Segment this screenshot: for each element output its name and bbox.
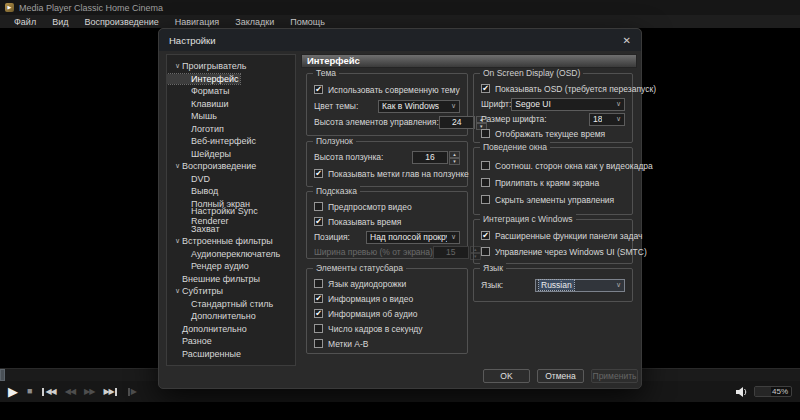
spin-up-button[interactable]: ▴ [449,151,460,158]
tree-item-audio-renderer[interactable]: Рендер аудио [167,260,295,273]
volume-fill [755,387,771,396]
close-icon[interactable]: ✕ [623,35,631,46]
selected-value: Над полосой прокрутки [370,232,447,242]
tree-item-dvd[interactable]: DVD [167,173,295,186]
checkbox-show-osd[interactable]: Показывать OSD (требуется перезапуск) [481,82,625,95]
tree-item-mouse[interactable]: Мышь [167,110,295,123]
window-title: Media Player Classic Home Cinema [19,3,163,13]
checkbox-label: Расширенные функции панели задач [495,231,642,241]
cancel-button[interactable]: Отмена [537,369,584,383]
chevron-down-icon: ∨ [616,115,621,123]
checkbox-fps[interactable]: Число кадров в секунду [314,322,460,335]
tree-item-player[interactable]: ∨Проигрыватель [167,60,295,73]
play-button[interactable]: ▶ [8,385,18,398]
skip-back-button[interactable]: ◀◀ [41,388,55,396]
tree-item-keys[interactable]: Клавиши [167,98,295,111]
spinner-value: 16 [412,151,448,164]
chevron-down-icon[interactable]: ∨ [173,162,182,170]
tree-item-formats[interactable]: Форматы [167,85,295,98]
checkbox-show-time[interactable]: Показывать время [314,215,460,228]
checkbox-use-modern-theme[interactable]: Использовать современную тему [314,83,460,96]
stop-button[interactable]: ■ [27,387,32,396]
checkbox-smtc[interactable]: Управление через Windows UI (SMTC) [481,245,625,258]
checkbox-label: Показывать OSD (требуется перезапуск) [495,84,656,94]
chevron-down-icon[interactable]: ∨ [173,62,182,70]
tree-item-web-interface[interactable]: Веб-интерфейс [167,135,295,148]
checkbox-video-info[interactable]: Информация о видео [314,292,460,305]
chevron-down-icon[interactable]: ∨ [173,237,182,245]
frame-step-bar-icon [128,388,130,396]
tree-item-playback[interactable]: ∨Воспроизведение [167,160,295,173]
checkbox-label: Показывать метки глав на ползунке [328,169,469,179]
tree-item-label: Дополнительно [167,311,256,321]
checkbox-audio-info[interactable]: Информация об аудио [314,307,460,320]
language-select[interactable]: Russian ∨ [535,279,625,292]
rewind-icon: ◀◀ [65,388,75,396]
ok-button[interactable]: OK [483,369,530,383]
checkbox-label: Предпросмотр видео [328,202,412,212]
checkbox-icon [481,247,490,256]
group-label: Интеграция с Windows [480,214,576,225]
theme-color-select[interactable]: Как в Windows ∨ [378,100,460,113]
volume-slider[interactable]: 45% [754,386,792,397]
tooltip-position-select[interactable]: Над полосой прокрутки ∨ [366,231,460,244]
tree-item-interface[interactable]: Интерфейс [167,73,295,86]
tree-item-shaders[interactable]: Шейдеры [167,148,295,161]
checkbox-ab-marks[interactable]: Метки A-B [314,337,460,350]
tree-item-advanced[interactable]: Расширенные [167,348,295,361]
frame-step-icon: ▶ [131,388,136,396]
tree-item-output[interactable]: Вывод [167,185,295,198]
checkbox-icon [314,85,323,94]
tree-item-label: Веб-интерфейс [167,136,256,146]
checkbox-icon [314,169,323,178]
tree-item-label: Шейдеры [167,149,231,159]
menu-play[interactable]: Воспроизведение [76,17,166,27]
checkbox-window-aspect[interactable]: Соотнош. сторон окна как у видеокадра [481,159,625,172]
checkbox-label: Метки A-B [328,339,369,349]
speaker-icon[interactable] [736,387,749,397]
menu-help[interactable]: Помощь [282,17,333,27]
selected-value: Как в Windows [382,101,439,111]
checkbox-hide-controls[interactable]: Скрыть элементы управления [481,193,625,206]
checkbox-audio-language[interactable]: Язык аудиодорожки [314,277,460,290]
field-label: Язык: [481,280,503,290]
chevron-down-icon[interactable]: ∨ [173,287,182,295]
checkbox-snap-edges[interactable]: Прилипать к краям экрана [481,176,625,189]
osd-font-select[interactable]: Segoe UI ∨ [511,98,625,111]
osd-font-size-select[interactable]: 18 ∨ [589,113,625,126]
tree-item-subtitles-misc[interactable]: Дополнительно [167,310,295,323]
field-label: Цвет темы: [314,101,358,111]
rewind-button[interactable]: ◀◀ [65,388,75,396]
dialog-titlebar[interactable]: Настройки ✕ [159,29,641,51]
tree-item-audio-switcher[interactable]: Аудиопереключатель [167,248,295,261]
menu-favorites[interactable]: Закладки [227,17,282,27]
tree-item-advanced-misc[interactable]: Дополнительно [167,323,295,336]
skip-forward-button[interactable]: ▶▶ [103,388,117,396]
seekbar-height-spinner[interactable]: 16 ▴▾ [412,151,460,164]
spin-down-button[interactable]: ▾ [449,158,460,165]
fast-forward-button[interactable]: ▶▶ [84,388,94,396]
menu-file[interactable]: Файл [6,17,44,27]
tree-item-default-style[interactable]: Стандартный стиль [167,298,295,311]
menu-navigate[interactable]: Навигация [167,17,227,27]
tree-item-logo[interactable]: Логотип [167,123,295,136]
tree-item-misc[interactable]: Разное [167,335,295,348]
group-language: Язык Язык: Russian ∨ [473,268,633,302]
seek-thumb[interactable] [0,369,5,381]
menu-view[interactable]: Вид [44,17,76,27]
mpc-hc-window: ▶ Media Player Classic Home Cinema Файл … [0,0,800,420]
tree-item-external-filters[interactable]: Внешние фильтры [167,273,295,286]
menu-bar: Файл Вид Воспроизведение Навигация Закла… [0,15,800,28]
apply-button: Применить [591,369,638,383]
tree-item-sync-renderer[interactable]: Настройки Sync Renderer [167,210,295,223]
frame-step-button[interactable]: ▶ [127,388,136,396]
checkbox-icon [481,161,490,170]
checkbox-chapter-marks[interactable]: Показывать метки глав на ползунке [314,167,460,180]
checkbox-show-current-time[interactable]: Отображать текущее время [481,127,625,140]
tooltip-position-row: Позиция: Над полосой прокрутки ∨ [314,230,460,244]
chevron-down-icon: ∨ [616,100,621,108]
checkbox-taskbar-features[interactable]: Расширенные функции панели задач [481,229,625,242]
tree-item-internal-filters[interactable]: ∨Встроенные фильтры [167,235,295,248]
tree-item-subtitles[interactable]: ∨Субтитры [167,285,295,298]
checkbox-video-preview[interactable]: Предпросмотр видео [314,200,460,213]
